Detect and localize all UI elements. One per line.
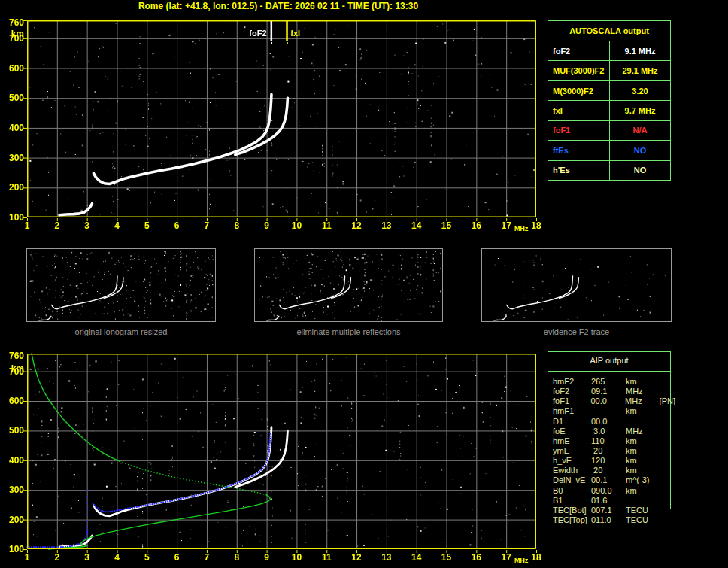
aip-table-header: AIP output: [548, 356, 671, 365]
aip-value: 120: [591, 456, 615, 466]
aip-row-foe: foE 3.0MHz: [548, 427, 675, 436]
page-title: Rome (lat: +41.8, lon: 012.5) - DATE: 20…: [0, 1, 557, 11]
aip-label: Ewidth: [548, 466, 591, 475]
aip-value: 007.1: [591, 506, 615, 515]
aip-label: TEC[Top]: [548, 515, 591, 525]
thumbnail-evidence-f2-trace: [481, 248, 672, 322]
aip-label: hmF2: [548, 377, 591, 387]
x-tick-label-14: 14: [408, 553, 425, 562]
x-tick-label-15: 15: [438, 221, 455, 230]
thumbnail-caption: evidence F2 trace: [481, 327, 672, 336]
autoscala-row-label: MUF(3000)F2: [548, 61, 610, 80]
x-tick-label-3: 3: [79, 553, 96, 562]
aip-unit: MHz: [614, 396, 652, 406]
aip-unit: TECU: [615, 515, 653, 525]
aip-unit: [615, 417, 653, 427]
x-tick-label-2: 2: [49, 553, 65, 562]
aip-unit: km: [615, 456, 653, 466]
x-tick-label-15: 15: [438, 553, 455, 562]
x-tick-label-13: 13: [378, 553, 395, 562]
y-tick-label-100: 100: [3, 545, 24, 554]
aip-row-fof2: foF209.1MHz: [548, 387, 675, 396]
x-tick-label-16: 16: [468, 553, 484, 562]
aip-extra: [653, 406, 660, 416]
aip-value: 011.0: [591, 515, 615, 525]
aip-label: hmF1: [548, 406, 591, 416]
aip-extra: [653, 506, 660, 515]
y-tick-label-400: 400: [3, 123, 24, 132]
aip-extra: [653, 377, 660, 387]
autoscala-table-header: AUTOSCALA output: [548, 21, 670, 41]
aip-row-hve: h_vE120km: [548, 456, 675, 466]
aip-extra: [653, 387, 660, 396]
aip-unit: km: [615, 466, 653, 475]
y-tick-label-200: 200: [3, 515, 24, 524]
aip-value: 00.0: [590, 396, 614, 406]
aip-unit: TECU: [615, 506, 653, 515]
aip-value: 090.0: [591, 486, 615, 496]
aip-unit: MHz: [615, 387, 653, 396]
aip-row-tecbot: TEC[Bot]007.1TECU: [548, 506, 675, 515]
aip-row-b1: B101.6: [548, 496, 675, 506]
aip-row-hme: hmE110km: [548, 436, 675, 446]
x-tick-label-11: 11: [318, 553, 335, 562]
autoscala-row-m3000f2: M(3000)F23.20: [548, 81, 670, 101]
autoscala-row-value: 3.20: [610, 81, 670, 100]
aip-label: foF2: [548, 387, 591, 396]
aip-label: B1: [548, 496, 591, 506]
aip-unit: MHz: [615, 427, 653, 436]
aip-unit: km: [615, 406, 653, 416]
x-tick-label-8: 8: [229, 553, 245, 562]
autoscala-row-label: h'Es: [548, 161, 610, 180]
x-tick-label-8: 8: [229, 221, 245, 230]
aip-value: 01.6: [591, 496, 615, 506]
aip-label: TEC[Bot]: [548, 506, 591, 515]
aip-row-hmf2: hmF2265km: [548, 377, 675, 387]
x-tick-label-10: 10: [288, 221, 305, 230]
aip-unit: km: [615, 377, 653, 387]
x-tick-label-9: 9: [259, 221, 275, 230]
aip-row-fof1: foF100.0MHz[PN]: [548, 396, 675, 406]
autoscala-row-value: 29.1 MHz: [610, 61, 670, 80]
x-tick-label-16: 16: [468, 221, 484, 230]
aip-label: foF1: [548, 396, 590, 406]
aip-unit: km: [615, 486, 653, 496]
autoscala-row-fof2: foF29.1 MHz: [548, 41, 670, 61]
autoscala-row-label: ftEs: [548, 141, 610, 159]
aip-extra: [653, 417, 660, 427]
autoscala-row-label: foF1: [548, 121, 610, 140]
aip-value: 20: [591, 446, 615, 456]
aip-label: ymE: [548, 446, 591, 456]
aip-value: ---: [591, 406, 615, 416]
aip-value: 265: [591, 377, 615, 387]
aip-row-ewidth: Ewidth 20km: [548, 466, 675, 475]
aip-label: B0: [548, 486, 591, 496]
mhz-axis-label: MHz: [514, 557, 529, 564]
aip-value: 3.0: [591, 427, 615, 436]
aip-row-tectop: TEC[Top]011.0TECU: [548, 515, 675, 525]
thumbnail-original-ionogram: [26, 248, 216, 322]
x-tick-label-11: 11: [318, 221, 335, 230]
aip-extra: [653, 427, 660, 436]
aip-table-rows: hmF2265kmfoF209.1MHzfoF100.0MHz[PN]hmF1-…: [548, 377, 675, 525]
aip-label: D1: [548, 417, 591, 427]
aip-label: DelN_vE: [548, 475, 591, 485]
aip-unit: [615, 496, 653, 506]
aip-value: 00.1: [591, 475, 615, 485]
aip-value: 00.0: [591, 417, 615, 427]
aip-row-delnve: DelN_vE00.1m^(-3): [548, 475, 675, 485]
aip-label: hmE: [548, 436, 591, 446]
aip-value: 09.1: [591, 387, 615, 396]
autoscala-row-value: NO: [610, 141, 670, 159]
aip-unit: km: [615, 436, 653, 446]
thumbnail-caption: eliminate multiple reflections: [254, 327, 443, 336]
aip-value: 110: [591, 436, 615, 446]
aip-extra: [653, 446, 660, 456]
x-tick-label-17: 17: [498, 221, 514, 230]
thumbnail-caption: original ionogram resized: [26, 327, 216, 336]
aip-extra: [653, 486, 660, 496]
aip-label: foE: [548, 427, 591, 436]
aip-extra: [653, 475, 660, 485]
autoscala-row-fof1: foF1N/A: [548, 121, 670, 141]
y-tick-label-600: 600: [3, 64, 24, 73]
